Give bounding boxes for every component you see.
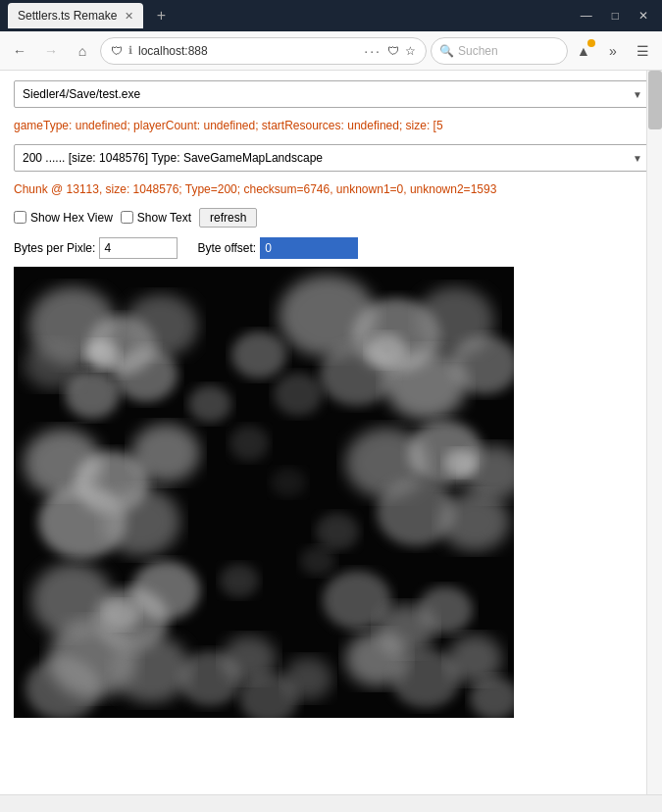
extensions-button[interactable]: ▲ [570, 37, 597, 65]
browser-tab[interactable]: Settlers.ts Remake ✕ [8, 3, 143, 28]
new-tab-button[interactable]: + [149, 4, 173, 27]
svg-point-42 [188, 385, 231, 423]
refresh-button[interactable]: refresh [199, 208, 257, 228]
title-bar-left: Settlers.ts Remake ✕ + [8, 3, 575, 28]
svg-point-5 [124, 294, 198, 357]
bytes-per-pixle-label: Bytes per Pixle: [14, 241, 99, 255]
url-text: localhost:888 [138, 44, 358, 58]
svg-point-24 [229, 426, 269, 461]
show-text-checkbox[interactable] [121, 211, 133, 224]
menu-button[interactable]: ☰ [629, 37, 656, 65]
scrollbar-track[interactable] [646, 71, 662, 794]
fields-row: Bytes per Pixle: Byte offset: [14, 237, 648, 259]
svg-point-23 [25, 657, 100, 718]
svg-point-51 [104, 600, 139, 630]
svg-point-41 [283, 657, 332, 700]
search-placeholder: Suchen [458, 44, 498, 58]
svg-point-44 [274, 373, 323, 416]
controls-row: Show Hex View Show Text refresh [14, 208, 648, 228]
chunk-select-wrapper: 200 ...... [size: 1048576] Type: SaveGam… [14, 144, 648, 172]
home-button[interactable]: ⌂ [69, 37, 96, 65]
forward-button[interactable]: → [37, 37, 65, 65]
browser-toolbar: ← → ⌂ 🛡 ℹ localhost:888 ··· 🛡 ☆ 🔍 Suchen… [0, 31, 662, 71]
address-bar[interactable]: 🛡 ℹ localhost:888 ··· 🛡 ☆ [100, 37, 427, 65]
window-controls: — □ ✕ [575, 7, 654, 25]
file-select[interactable]: Siedler4/Save/test.exe [14, 80, 648, 108]
chunk-select[interactable]: 200 ...... [size: 1048576] Type: SaveGam… [14, 144, 648, 172]
game-info-text: gameType: undefined; playerCount: undefi… [14, 118, 648, 134]
status-bar [0, 794, 662, 812]
back-button[interactable]: ← [6, 37, 33, 65]
close-button[interactable]: ✕ [633, 7, 654, 25]
scrollbar-thumb[interactable] [648, 71, 662, 129]
notification-badge [587, 39, 595, 47]
svg-point-25 [271, 468, 306, 497]
svg-point-21 [131, 561, 200, 620]
tab-label: Settlers.ts Remake [18, 9, 117, 23]
maximize-button[interactable]: □ [606, 7, 625, 25]
show-hex-label[interactable]: Show Hex View [14, 211, 113, 225]
show-hex-checkbox[interactable] [14, 211, 26, 224]
terrain-visualization [14, 267, 514, 718]
show-text-label[interactable]: Show Text [121, 211, 191, 225]
info-icon: ℹ [128, 44, 132, 57]
title-bar: Settlers.ts Remake ✕ + — □ ✕ [0, 0, 662, 31]
svg-point-15 [131, 424, 200, 482]
svg-point-50 [444, 449, 476, 477]
overflow-button[interactable]: » [599, 37, 627, 65]
svg-point-45 [220, 564, 259, 597]
svg-point-46 [300, 546, 335, 576]
toolbar-icons: 🔍 Suchen ▲ » ☰ [431, 37, 656, 65]
minimize-button[interactable]: — [575, 7, 598, 25]
svg-point-6 [115, 347, 178, 402]
byte-offset-label: Byte offset: [197, 241, 260, 255]
bookmark-star-icon: ☆ [405, 44, 416, 58]
chunk-info-text: Chunk @ 13113, size: 1048576; Type=200; … [14, 181, 648, 198]
svg-point-43 [231, 331, 286, 379]
show-hex-text: Show Hex View [30, 211, 113, 225]
show-text-text: Show Text [137, 211, 191, 225]
svg-point-48 [84, 340, 120, 370]
pocket-icon: 🛡 [387, 44, 399, 58]
svg-point-22 [112, 634, 190, 703]
svg-point-49 [367, 333, 406, 367]
search-bar[interactable]: 🔍 Suchen [431, 37, 568, 65]
svg-point-17 [102, 487, 180, 556]
shield-icon: 🛡 [111, 44, 123, 58]
file-select-wrapper: Siedler4/Save/test.exe ▼ [14, 80, 648, 108]
address-dots: ··· [364, 43, 382, 59]
byte-offset-input[interactable] [260, 237, 358, 259]
terrain-canvas-area [14, 267, 514, 718]
svg-point-36 [447, 634, 502, 684]
svg-point-30 [439, 492, 510, 551]
svg-point-33 [418, 586, 473, 634]
svg-point-4 [65, 370, 120, 419]
page-content: Siedler4/Save/test.exe ▼ gameType: undef… [0, 71, 662, 794]
search-icon: 🔍 [439, 44, 454, 58]
svg-point-47 [316, 513, 359, 550]
tab-close-icon[interactable]: ✕ [125, 10, 133, 23]
bytes-per-pixle-input[interactable] [99, 237, 178, 259]
